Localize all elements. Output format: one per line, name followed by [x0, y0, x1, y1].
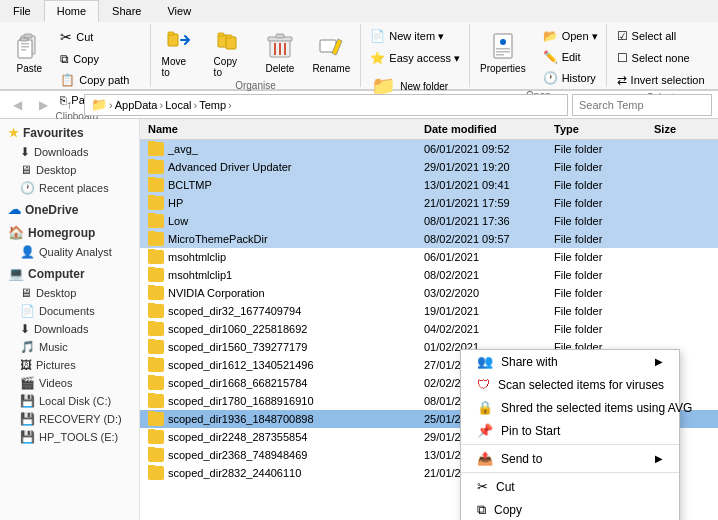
edit-button[interactable]: ✏️ Edit	[537, 47, 604, 67]
folder-icon	[148, 214, 164, 228]
table-row[interactable]: scoped_dir1060_225818692 04/02/2021 File…	[140, 320, 718, 338]
invert-icon: ⇄	[617, 73, 627, 87]
homegroup-header[interactable]: 🏠 Homegroup	[0, 222, 139, 243]
sidebar: ★ Favourites ⬇ Downloads 🖥 Desktop 🕐 Rec…	[0, 119, 140, 520]
ctx-share-with[interactable]: 👥 Share with ▶	[461, 350, 679, 373]
open-buttons: Properties 📂 Open ▾ ✏️ Edit 🕐 History	[473, 26, 604, 88]
sidebar-item-pictures[interactable]: 🖼 Pictures	[0, 356, 139, 374]
breadcrumb-sep1: ›	[109, 99, 113, 111]
table-row[interactable]: Low 08/01/2021 17:36 File folder	[140, 212, 718, 230]
tab-home[interactable]: Home	[44, 0, 99, 22]
table-row[interactable]: Advanced Driver Updater 29/01/2021 19:20…	[140, 158, 718, 176]
sidebar-item-quality[interactable]: 👤 Quality Analyst	[0, 243, 139, 261]
up-button[interactable]: ↑	[58, 94, 80, 116]
col-type[interactable]: Type	[550, 121, 650, 137]
newitem-button[interactable]: 📄 New item ▾	[364, 26, 450, 46]
copy-button[interactable]: ⧉ Copy	[54, 49, 147, 69]
recent-label: Recent places	[39, 182, 109, 194]
table-row[interactable]: HP 21/01/2021 17:59 File folder	[140, 194, 718, 212]
rename-icon	[315, 30, 347, 61]
delete-button[interactable]: Delete	[258, 26, 303, 78]
sidebar-item-recent[interactable]: 🕐 Recent places	[0, 179, 139, 197]
select-buttons: ☑ Select all ☐ Select none ⇄ Invert sele…	[611, 26, 711, 90]
desktop-label: Desktop	[36, 164, 76, 176]
ctx-send-to[interactable]: 📤 Send to ▶	[461, 447, 679, 470]
selectnone-icon: ☐	[617, 51, 628, 65]
tab-share[interactable]: Share	[99, 0, 154, 22]
ctx-copy[interactable]: ⧉ Copy	[461, 498, 679, 520]
copypath-icon: 📋	[60, 73, 75, 87]
folder-icon	[148, 412, 164, 426]
sidebar-item-downloads[interactable]: ⬇ Downloads	[0, 143, 139, 161]
easyaccess-button[interactable]: ⭐ Easy access ▾	[364, 48, 466, 68]
copypath-button[interactable]: 📋 Copy path	[54, 70, 147, 90]
folder-icon	[148, 358, 164, 372]
sidebar-item-documents[interactable]: 📄 Documents	[0, 302, 139, 320]
table-row[interactable]: scoped_dir32_1677409794 19/01/2021 File …	[140, 302, 718, 320]
table-row[interactable]: _avg_ 06/01/2021 09:52 File folder	[140, 140, 718, 158]
selectall-button[interactable]: ☑ Select all	[611, 26, 683, 46]
ctx-pin-icon: 📌	[477, 423, 493, 438]
rename-button[interactable]: Rename	[306, 26, 356, 78]
sidebar-item-videos[interactable]: 🎬 Videos	[0, 374, 139, 392]
ctx-pin-start[interactable]: 📌 Pin to Start	[461, 419, 679, 442]
forward-button[interactable]: ▶	[32, 94, 54, 116]
invert-button[interactable]: ⇄ Invert selection	[611, 70, 711, 90]
edit-icon: ✏️	[543, 50, 558, 64]
tab-file[interactable]: File	[0, 0, 44, 22]
history-button[interactable]: 🕐 History	[537, 68, 604, 88]
ctx-cut[interactable]: ✂ Cut	[461, 475, 679, 498]
sidebar-item-c-downloads[interactable]: ⬇ Downloads	[0, 320, 139, 338]
col-date[interactable]: Date modified	[420, 121, 550, 137]
table-row[interactable]: NVIDIA Corporation 03/02/2020 File folde…	[140, 284, 718, 302]
copyto-icon	[214, 26, 246, 54]
breadcrumb-local[interactable]: Local	[165, 99, 191, 111]
properties-button[interactable]: Properties	[473, 26, 533, 78]
moveto-button[interactable]: Move to	[155, 26, 203, 78]
paste-button[interactable]: Paste	[6, 26, 52, 78]
address-bar: ◀ ▶ ↑ 📁 › AppData › Local › Temp ›	[0, 91, 718, 119]
table-row[interactable]: msohtmlclip1 08/02/2021 File folder	[140, 266, 718, 284]
computer-header[interactable]: 💻 Computer	[0, 263, 139, 284]
sidebar-item-c-desktop[interactable]: 🖥 Desktop	[0, 284, 139, 302]
col-size[interactable]: Size	[650, 121, 710, 137]
svg-rect-15	[276, 34, 284, 38]
folder-icon	[148, 196, 164, 210]
table-row[interactable]: BCLTMP 13/01/2021 09:41 File folder	[140, 176, 718, 194]
onedrive-icon: ☁	[8, 202, 21, 217]
new-buttons: 📄 New item ▾ ⭐ Easy access ▾ 📁 New folde…	[364, 26, 466, 102]
computer-section: 💻 Computer 🖥 Desktop 📄 Documents ⬇ Downl…	[0, 263, 139, 446]
ctx-scan-viruses[interactable]: 🛡 Scan selected items for viruses	[461, 373, 679, 396]
copyto-button[interactable]: Copy to	[207, 26, 254, 78]
newitem-icon: 📄	[370, 29, 385, 43]
breadcrumb[interactable]: 📁 › AppData › Local › Temp ›	[84, 94, 568, 116]
ctx-shred-avg[interactable]: 🔒 Shred the selected items using AVG	[461, 396, 679, 419]
c-desktop-icon: 🖥	[20, 286, 32, 300]
onedrive-header[interactable]: ☁ OneDrive	[0, 199, 139, 220]
col-name[interactable]: Name	[140, 121, 420, 137]
selectnone-button[interactable]: ☐ Select none	[611, 48, 696, 68]
folder-icon	[148, 322, 164, 336]
search-input[interactable]	[572, 94, 712, 116]
open-button[interactable]: 📂 Open ▾	[537, 26, 604, 46]
svg-rect-1	[24, 34, 32, 38]
sidebar-item-recoveryd[interactable]: 💾 RECOVERY (D:)	[0, 410, 139, 428]
sidebar-item-desktop[interactable]: 🖥 Desktop	[0, 161, 139, 179]
favourites-star-icon: ★	[8, 126, 19, 140]
copyto-label: Copy to	[214, 56, 247, 78]
table-row[interactable]: msohtmlclip 06/01/2021 File folder	[140, 248, 718, 266]
back-button[interactable]: ◀	[6, 94, 28, 116]
sidebar-item-music[interactable]: 🎵 Music	[0, 338, 139, 356]
table-row[interactable]: MicroThemePackDir 08/02/2021 09:57 File …	[140, 230, 718, 248]
folder-icon	[148, 250, 164, 264]
sidebar-item-localc[interactable]: 💾 Local Disk (C:)	[0, 392, 139, 410]
tab-view[interactable]: View	[154, 0, 204, 22]
organise-label: Organise	[235, 78, 276, 91]
svg-rect-10	[218, 33, 224, 36]
favourites-label: Favourites	[23, 126, 84, 140]
breadcrumb-appdata[interactable]: AppData	[115, 99, 158, 111]
favourites-header[interactable]: ★ Favourites	[0, 123, 139, 143]
cut-button[interactable]: ✂ Cut	[54, 26, 147, 48]
sidebar-item-hptoolse[interactable]: 💾 HP_TOOLS (E:)	[0, 428, 139, 446]
breadcrumb-temp[interactable]: Temp	[199, 99, 226, 111]
